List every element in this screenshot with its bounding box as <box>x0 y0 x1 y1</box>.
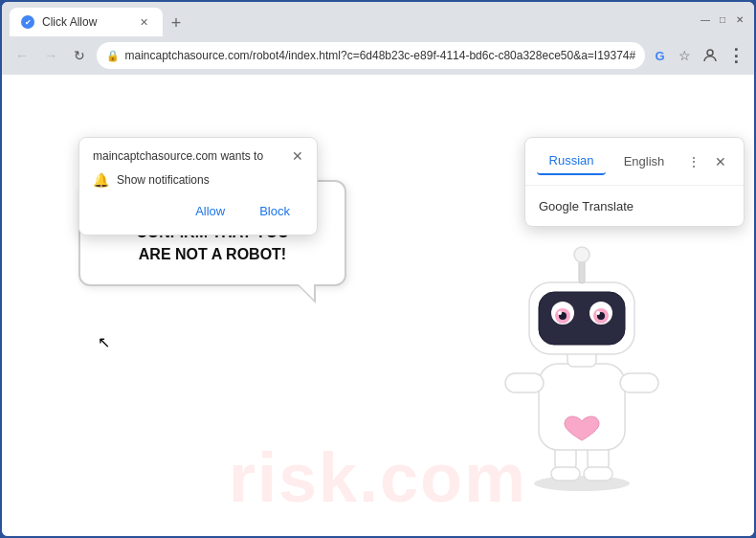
translate-popup: Russian English ⋮ ✕ Google Translate <box>524 137 745 227</box>
svg-rect-4 <box>551 467 580 481</box>
tab-russian[interactable]: Russian <box>537 147 606 175</box>
bell-icon: 🔔 <box>93 172 109 188</box>
translate-menu-button[interactable]: ⋮ <box>682 150 705 173</box>
svg-point-21 <box>574 247 589 262</box>
notification-text: Show notifications <box>117 173 210 187</box>
back-button[interactable]: ← <box>10 42 34 69</box>
window-controls: — □ ✕ <box>699 12 746 26</box>
block-button[interactable]: Block <box>246 199 303 223</box>
tab-title: Click Allow <box>42 15 97 29</box>
browser-window: ✔ Click Allow ✕ + — □ ✕ ← → ↻ 🔒 maincapt… <box>0 0 756 538</box>
popup-close-btn[interactable]: ✕ <box>292 149 303 163</box>
minimize-button[interactable]: — <box>699 12 712 26</box>
url-text: maincaptchasource.com/robot4/index.html?… <box>125 49 636 62</box>
popup-title: maincaptchasource.com wants to <box>93 149 263 163</box>
title-bar: ✔ Click Allow ✕ + — □ ✕ <box>2 2 754 36</box>
tab-area: ✔ Click Allow ✕ + <box>10 2 691 36</box>
profile-button[interactable] <box>700 44 721 67</box>
notification-popup: maincaptchasource.com wants to ✕ 🔔 Show … <box>78 137 318 235</box>
translate-close-button[interactable]: ✕ <box>709 150 732 173</box>
tab-english[interactable]: English <box>610 148 678 174</box>
maximize-button[interactable]: □ <box>716 12 729 26</box>
svg-rect-7 <box>505 373 544 392</box>
toolbar: ← → ↻ 🔒 maincaptchasource.com/robot4/ind… <box>2 36 754 75</box>
tab-close-btn[interactable]: ✕ <box>136 14 151 30</box>
active-tab[interactable]: ✔ Click Allow ✕ <box>10 8 163 36</box>
new-tab-button[interactable]: + <box>163 10 189 36</box>
tab-favicon: ✔ <box>21 15 34 29</box>
watermark: risk.com <box>229 438 527 517</box>
page-content: risk.com maincaptchasource.com wants to … <box>2 75 754 536</box>
menu-button[interactable]: ⋮ <box>725 44 746 67</box>
refresh-button[interactable]: ↻ <box>67 42 92 69</box>
svg-rect-5 <box>584 467 612 481</box>
lock-icon: 🔒 <box>106 50 120 62</box>
robot-illustration <box>486 230 678 498</box>
translate-body: Google Translate <box>525 186 744 226</box>
bookmark-button[interactable]: ☆ <box>675 44 696 67</box>
close-button[interactable]: ✕ <box>733 12 746 26</box>
svg-point-1 <box>534 476 630 491</box>
allow-button[interactable]: Allow <box>182 199 238 223</box>
svg-point-19 <box>596 311 600 315</box>
popup-header: maincaptchasource.com wants to ✕ <box>93 149 303 163</box>
popup-buttons: Allow Block <box>93 199 303 223</box>
translate-service-label: Google Translate <box>539 199 634 213</box>
mouse-cursor: ↖ <box>98 333 110 351</box>
translate-header: Russian English ⋮ ✕ <box>525 138 744 186</box>
svg-point-15 <box>558 311 562 315</box>
notification-row: 🔔 Show notifications <box>93 172 303 188</box>
svg-rect-11 <box>539 292 625 345</box>
svg-rect-8 <box>620 373 658 392</box>
translate-button[interactable]: G <box>649 44 670 67</box>
forward-button[interactable]: → <box>38 42 63 69</box>
svg-point-0 <box>707 50 713 56</box>
address-bar[interactable]: 🔒 maincaptchasource.com/robot4/index.htm… <box>97 42 646 69</box>
